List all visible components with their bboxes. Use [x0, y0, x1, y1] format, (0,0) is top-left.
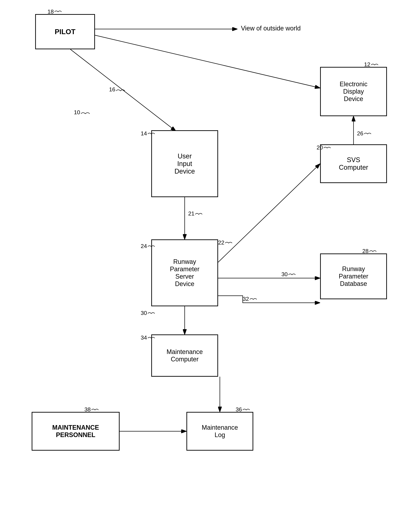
svg-line-6: [218, 164, 320, 262]
ref-22: 22: [218, 239, 224, 246]
squiggle-30a: [148, 311, 155, 314]
ref-30b: 30: [281, 271, 288, 278]
ref-30a: 30: [141, 310, 147, 316]
ref-32: 32: [243, 296, 249, 302]
squiggle-24: [148, 244, 155, 247]
ref-18: 18: [48, 8, 54, 15]
user-input-box: UserInputDevice: [151, 130, 218, 197]
ref-16: 16: [109, 86, 115, 93]
maintenance-personnel-box: MAINTENANCEPERSONNEL: [32, 412, 120, 451]
electronic-display-box: ElectronicDisplayDevice: [320, 67, 387, 116]
svs-computer-box: SVSComputer: [320, 144, 387, 183]
ref-10: 10: [74, 109, 80, 116]
squiggle-22: [225, 240, 232, 244]
ref-14: 14: [141, 130, 147, 137]
squiggle-36: [243, 407, 250, 411]
diagram: PILOT 18 View of outside world 10 16 Ele…: [0, 0, 420, 508]
ref-26: 26: [357, 130, 363, 137]
squiggle-21: [195, 211, 202, 215]
maintenance-computer-box: MaintenanceComputer: [151, 335, 218, 377]
ref-34: 34: [141, 335, 147, 341]
squiggle-18: [55, 9, 62, 13]
squiggle-34: [148, 336, 155, 339]
runway-parameter-server-box: RunwayParameterServerDevice: [151, 239, 218, 306]
squiggle-30b: [289, 272, 296, 276]
squiggle-10: [81, 110, 90, 115]
svg-line-3: [95, 35, 320, 88]
squiggle-32: [250, 297, 257, 300]
ref-12: 12: [364, 61, 370, 68]
ref-24: 24: [141, 243, 147, 249]
maintenance-log-box: MaintenanceLog: [186, 412, 253, 451]
squiggle-14: [148, 131, 155, 135]
pilot-box: PILOT: [35, 14, 95, 49]
squiggle-16: [116, 87, 125, 92]
squiggle-28: [369, 249, 377, 252]
squiggle-38: [91, 407, 99, 411]
squiggle-26: [364, 131, 371, 135]
ref-20: 20: [317, 144, 323, 151]
ref-36: 36: [236, 406, 242, 413]
runway-parameter-database-box: RunwayParameterDatabase: [320, 254, 387, 299]
ref-38: 38: [84, 406, 91, 413]
squiggle-12: [371, 62, 378, 66]
view-outside-label: View of outside world: [241, 25, 301, 32]
ref-28: 28: [362, 248, 369, 254]
ref-21: 21: [188, 210, 195, 217]
squiggle-20: [324, 145, 331, 149]
